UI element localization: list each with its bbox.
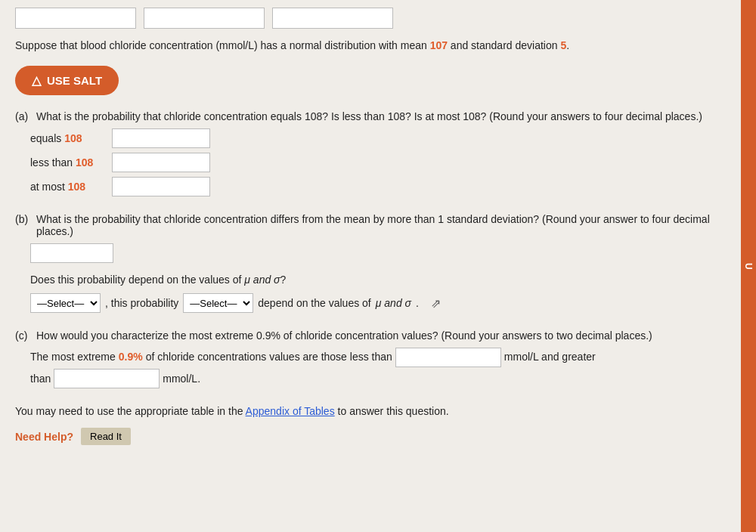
depends-row: —Select— Yes No , this probability —Sele… bbox=[30, 293, 741, 313]
main-page: Suppose that blood chloride concentratio… bbox=[0, 0, 756, 532]
part-c-text-2: of chloride concentrations values are th… bbox=[146, 348, 392, 367]
mean-value: 107 bbox=[430, 39, 448, 51]
part-b-letter: (b) bbox=[15, 213, 30, 237]
top-bar bbox=[15, 8, 741, 29]
intro-text-start: Suppose that blood chloride concentratio… bbox=[15, 39, 430, 51]
depends-question: Does this probability depend on the valu… bbox=[30, 274, 741, 286]
part-c-input-2[interactable] bbox=[54, 369, 160, 388]
top-input-1[interactable] bbox=[15, 8, 136, 29]
equals-row: equals 108 bbox=[30, 128, 741, 148]
select-1[interactable]: —Select— Yes No bbox=[30, 293, 101, 313]
section-b-header: (b) What is the probability that chlorid… bbox=[15, 213, 741, 237]
than-label: than bbox=[30, 373, 51, 385]
less-than-label: less than 108 bbox=[30, 156, 106, 169]
mmol-label: mmol/L. bbox=[163, 373, 200, 385]
at-most-input[interactable] bbox=[112, 177, 210, 196]
part-b-question: What is the probability that chloride co… bbox=[36, 213, 741, 237]
depends-mu-sigma: μ and σ bbox=[376, 297, 411, 309]
part-c-row-1: The most extreme 0.9% of chloride concen… bbox=[30, 348, 741, 367]
read-it-button[interactable]: Read It bbox=[81, 428, 131, 445]
part-c-text-3: mmol/L and greater bbox=[504, 348, 596, 367]
cursor-arrow: ⇗ bbox=[431, 296, 441, 311]
need-help-label: Need Help? bbox=[15, 431, 73, 443]
at-most-highlight: 108 bbox=[68, 181, 85, 193]
appendix-link[interactable]: Appendix of Tables bbox=[246, 405, 335, 417]
depends-end: . bbox=[416, 297, 419, 309]
part-c-letter: (c) bbox=[15, 329, 30, 342]
depends-text-1: , this probability bbox=[105, 297, 178, 309]
use-salt-label: USE SALT bbox=[47, 74, 102, 87]
top-input-2[interactable] bbox=[144, 8, 265, 29]
part-b-input[interactable] bbox=[30, 243, 113, 263]
intro-text-end: . bbox=[566, 39, 569, 51]
equals-highlight: 108 bbox=[64, 132, 82, 144]
intro-text: Suppose that blood chloride concentratio… bbox=[15, 38, 741, 54]
top-input-3[interactable] bbox=[272, 8, 393, 29]
section-b: (b) What is the probability that chlorid… bbox=[15, 213, 741, 313]
part-c-highlight-2: 0.9% bbox=[119, 348, 143, 367]
use-salt-button[interactable]: △ USE SALT bbox=[15, 66, 119, 95]
intro-text-mid: and standard deviation bbox=[448, 39, 560, 51]
right-edge-bar: U bbox=[741, 0, 756, 532]
part-c-text-1: The most extreme bbox=[30, 348, 116, 367]
part-a-letter: (a) bbox=[15, 110, 30, 122]
section-c-header: (c) How would you characterize the most … bbox=[15, 329, 741, 342]
part-c-question: How would you characterize the most extr… bbox=[36, 329, 652, 342]
at-most-label: at most 108 bbox=[30, 181, 106, 193]
section-a-header: (a) What is the probability that chlorid… bbox=[15, 110, 741, 122]
part-c-row-2: than mmol/L. bbox=[30, 369, 741, 388]
section-c: (c) How would you characterize the most … bbox=[15, 329, 741, 388]
less-than-highlight: 108 bbox=[76, 156, 93, 169]
section-a: (a) What is the probability that chlorid… bbox=[15, 110, 741, 196]
depends-text-2: depend on the values of bbox=[258, 297, 370, 309]
part-a-question: What is the probability that chloride co… bbox=[36, 110, 702, 122]
select-2[interactable]: —Select— does does not bbox=[183, 293, 253, 313]
need-help-row: Need Help? Read It bbox=[15, 428, 741, 445]
appendix-text: You may need to use the appropriate tabl… bbox=[15, 405, 741, 417]
part-c-input-1[interactable] bbox=[395, 348, 501, 367]
right-edge-letter: U bbox=[743, 263, 754, 270]
less-than-input[interactable] bbox=[112, 153, 210, 172]
less-than-row: less than 108 bbox=[30, 153, 741, 172]
salt-icon: △ bbox=[32, 73, 41, 88]
at-most-row: at most 108 bbox=[30, 177, 741, 196]
equals-label: equals 108 bbox=[30, 132, 106, 144]
equals-input[interactable] bbox=[112, 128, 210, 148]
